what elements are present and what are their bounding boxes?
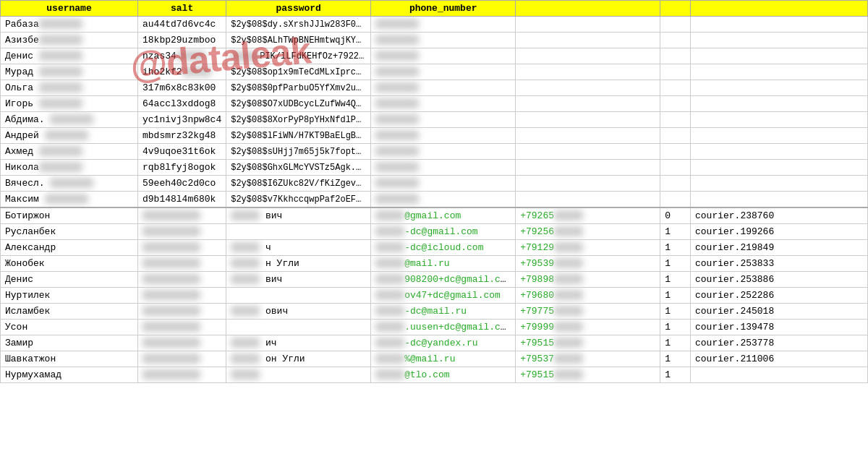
col-salt-header: salt: [138, 1, 226, 17]
cell-email: xxx%@mail.ru: [371, 351, 516, 367]
cell-col2: xxxxxxxx: [138, 256, 226, 272]
cell-salt: rqb8lfyj8ogok: [138, 160, 226, 176]
cell-email: xxx908200+dc@gmail.com: [371, 272, 516, 288]
table-row: Мурад xxxxxx iho2kf2xx $2y$08$op1x9mTeCd…: [1, 64, 868, 80]
cell-empty: [690, 112, 867, 128]
blurred-data: xxx: [375, 82, 419, 93]
cell-username: Абдима. xxxxxx: [1, 112, 138, 128]
cell-username: Ахмед xxxxxx: [1, 144, 138, 160]
cell-empty: [690, 144, 867, 160]
col-username-header: username: [1, 1, 138, 17]
table-row: Денис xxxxxx nzas34xx xxPIK/lLFdKEHfOz+7…: [1, 48, 868, 64]
cell-password: xxPIK/lLFdKEHfOz+7922x: [226, 48, 371, 64]
cell-username: Игорь xxxxxx: [1, 96, 138, 112]
table-row: Русланбек xxxxxxxx xxx-dc@gmail.com +792…: [1, 224, 868, 240]
cell-col7: courier.211006: [690, 351, 867, 367]
cell-email: xxx-dc@yandex.ru: [371, 335, 516, 351]
blurred-data: xxx: [375, 322, 404, 332]
table-row: Ахмед xxxxxx 4v9uqoe31t6ok $2y$08$sUHjj7…: [1, 144, 868, 160]
cell-password: $2y$08$lFiWN/H7KT9BaELgB74O2OU+7981x: [226, 128, 371, 144]
cell-salt: 64accl3xddog8: [138, 96, 226, 112]
cell-col3: xx: [226, 367, 371, 383]
blurred-data: xx: [231, 51, 260, 61]
cell-phone: +79775xx: [516, 304, 660, 320]
cell-empty: [516, 128, 660, 144]
blurred-data: xxxx: [45, 130, 88, 140]
blurred-data: xxx: [375, 338, 404, 348]
col-extra3-header: [690, 1, 867, 17]
table-row: Абдима. xxxxxx yc1nivj3npw8c4 $2y$08$8Xo…: [1, 112, 868, 128]
cell-col2: xxxxxxxx: [138, 320, 226, 335]
cell-col2: xxxxxxxx: [138, 224, 226, 240]
blurred-data: xx: [554, 306, 583, 316]
cell-username: Рабазаxxxxxx: [1, 17, 138, 33]
cell-empty: [516, 176, 660, 192]
table-row: Замир xxxxxxxx xx ич xxx-dc@yandex.ru +7…: [1, 335, 868, 351]
cell-password: $2y$08$GhxGLMcYVSTz5Agk.QcXPu.+7951x: [226, 160, 371, 176]
table-row: Жонобек xxxxxxxx xx н Угли xxx@mail.ru +…: [1, 256, 868, 272]
cell-password: $2y$08$ALhTWpBNEHmtwqjKYdlP9ej+7968x: [226, 33, 371, 48]
cell-username: Андрей xxxx: [1, 128, 138, 144]
cell-col6: 1: [660, 288, 691, 304]
cell-col7: courier.252286: [690, 288, 867, 304]
table-header-row: username salt password phone_number: [1, 1, 868, 17]
blurred-data: xxx: [375, 242, 404, 252]
cell-col3: xx он Угли: [226, 351, 371, 367]
cell-empty: [660, 80, 691, 96]
blurred-data: xx: [554, 226, 583, 236]
cell-username: Шавкатжон: [1, 351, 138, 367]
data-table: username salt password phone_number Раба…: [0, 0, 868, 383]
blurred-data: xx: [182, 67, 211, 77]
cell-empty: [516, 64, 660, 80]
cell-phone: xxx: [371, 17, 516, 33]
blurred-data: xxxxxx: [39, 51, 82, 61]
col-password-header: password: [226, 1, 371, 17]
blurred-data: xxxxxx: [39, 82, 82, 93]
cell-phone: xxx: [371, 192, 516, 208]
blurred-data: xxxxxx: [39, 19, 82, 29]
cell-password: $2y$08$dy.sXrshJJlw283F0nh2T.g+7988x: [226, 17, 371, 33]
cell-salt: 4v9uqoe31t6ok: [138, 144, 226, 160]
cell-salt: au44td7d6vc4c: [138, 17, 226, 33]
table-row: Ботиржон xxxxxxxx xx вич xxx@gmail.com +…: [1, 207, 868, 224]
cell-phone: xxx: [371, 112, 516, 128]
cell-password: $2y$08$8XorPyP8pYHxNfdlPK2xhel+7977x: [226, 112, 371, 128]
cell-col2: xxxxxxxx: [138, 207, 226, 224]
cell-col6: 1: [660, 240, 691, 256]
blurred-data: xxx: [375, 130, 419, 140]
blurred-data: xxxxxxxx: [142, 354, 200, 364]
cell-username: Усон: [1, 320, 138, 335]
cell-empty: [690, 80, 867, 96]
cell-salt: iho2kf2xx: [138, 64, 226, 80]
cell-empty: [516, 96, 660, 112]
blurred-data: xxx: [375, 194, 419, 204]
cell-phone: xxx: [371, 160, 516, 176]
cell-col3: xx ич: [226, 335, 371, 351]
cell-email: xxx@gmail.com: [371, 207, 516, 224]
cell-empty: [660, 33, 691, 48]
cell-col2: xxxxxxxx: [138, 288, 226, 304]
cell-phone: xxx: [371, 64, 516, 80]
cell-username: Исламбек: [1, 304, 138, 320]
cell-col7: courier.253778: [690, 335, 867, 351]
blurred-data: xx: [554, 338, 583, 348]
blurred-data: xxxxxxxx: [142, 306, 200, 316]
cell-col3: xx ович: [226, 304, 371, 320]
cell-password: $2y$08$op1x9mTeCdMLxIprc36N7.7+7999x: [226, 64, 371, 80]
cell-phone: +79680xx: [516, 288, 660, 304]
cell-empty: [690, 17, 867, 33]
cell-col2: xxxxxxxx: [138, 335, 226, 351]
cell-empty: [690, 33, 867, 48]
cell-username: Денис xxxxxx: [1, 48, 138, 64]
cell-empty: [690, 64, 867, 80]
cell-username: Замир: [1, 335, 138, 351]
blurred-data: xxx: [375, 178, 419, 188]
cell-username: Мурад xxxxxx: [1, 64, 138, 80]
cell-col3: xx вич: [226, 272, 371, 288]
blurred-data: xx: [176, 51, 205, 61]
cell-email: xxx@tlo.com: [371, 367, 516, 383]
cell-phone: +79265xx: [516, 207, 660, 224]
blurred-data: x: [359, 51, 371, 61]
cell-email: xxx-dc@icloud.com: [371, 240, 516, 256]
cell-username: Нурмухамад: [1, 367, 138, 383]
